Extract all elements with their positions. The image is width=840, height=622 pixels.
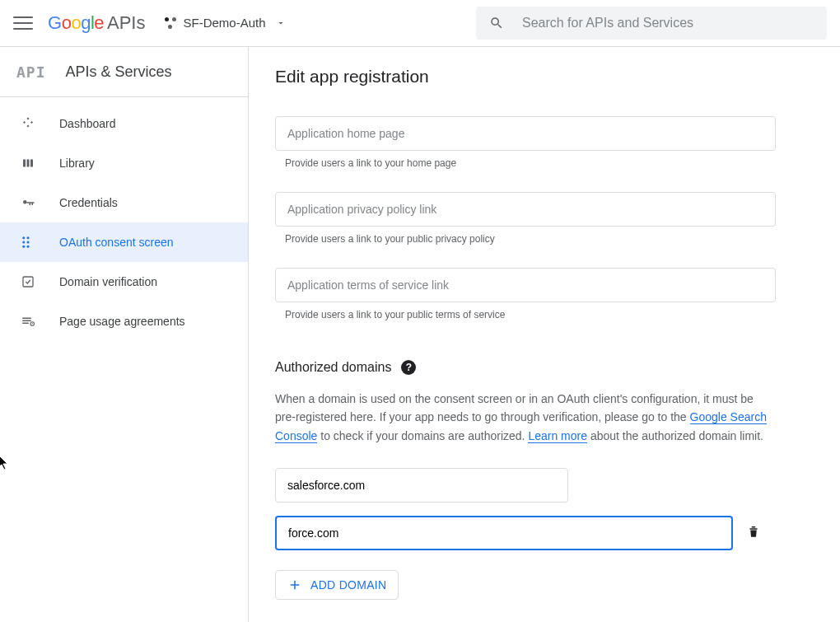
- sidebar-item-label: Page usage agreements: [59, 315, 185, 328]
- sidebar-item-oauth-consent[interactable]: OAuth consent screen: [0, 222, 248, 262]
- logo-suffix: APIs: [107, 12, 145, 34]
- help-icon[interactable]: ?: [401, 360, 416, 375]
- api-badge: API: [16, 63, 46, 81]
- add-domain-label: ADD DOMAIN: [310, 578, 386, 592]
- delete-domain-icon[interactable]: [746, 524, 761, 542]
- privacy-link-hint: Provide users a link to your public priv…: [285, 233, 776, 245]
- domain-input-0[interactable]: [275, 468, 568, 503]
- page-title: Edit app registration: [275, 67, 814, 87]
- svg-point-5: [27, 246, 30, 248]
- project-selector[interactable]: SF-Demo-Auth: [160, 12, 290, 33]
- search-icon: [489, 15, 504, 31]
- google-apis-logo[interactable]: Google APIs: [48, 12, 145, 34]
- sidebar-item-credentials[interactable]: Credentials: [0, 183, 248, 222]
- svg-point-3: [27, 241, 30, 244]
- tos-link-hint: Provide users a link to your public term…: [285, 309, 776, 320]
- search-box[interactable]: [476, 7, 827, 40]
- search-input[interactable]: [522, 16, 814, 30]
- add-domain-button[interactable]: ADD DOMAIN: [275, 570, 399, 600]
- plus-icon: [287, 578, 302, 592]
- svg-point-1: [27, 236, 30, 239]
- learn-more-link[interactable]: Learn more: [528, 429, 587, 443]
- svg-point-0: [22, 236, 25, 239]
- agreements-icon: [20, 313, 36, 330]
- authorized-domains-description: When a domain is used on the consent scr…: [275, 390, 776, 445]
- sidebar-title: APIs & Services: [66, 63, 172, 81]
- svg-rect-6: [23, 277, 33, 287]
- privacy-link-input[interactable]: [275, 192, 776, 227]
- sidebar-item-label: Dashboard: [59, 117, 116, 130]
- tos-link-input[interactable]: [275, 268, 776, 302]
- project-dots-icon: [165, 17, 176, 29]
- home-page-hint: Provide users a link to your home page: [285, 157, 776, 169]
- svg-point-4: [22, 246, 25, 248]
- project-name: SF-Demo-Auth: [183, 16, 265, 30]
- library-icon: [20, 155, 36, 171]
- sidebar-item-label: Domain verification: [59, 275, 157, 288]
- authorized-domains-title: Authorized domains: [275, 360, 391, 375]
- menu-button[interactable]: [13, 13, 33, 33]
- dashboard-icon: [20, 115, 36, 132]
- svg-point-2: [22, 241, 25, 244]
- cursor-icon: [0, 455, 12, 471]
- sidebar-item-label: Library: [59, 157, 95, 170]
- sidebar-item-domain-verification[interactable]: Domain verification: [0, 262, 248, 302]
- sidebar-item-dashboard[interactable]: Dashboard: [0, 104, 248, 143]
- domain-input-1[interactable]: [275, 516, 733, 550]
- consent-icon: [20, 234, 36, 250]
- sidebar-item-page-usage[interactable]: Page usage agreements: [0, 302, 248, 341]
- sidebar-item-label: OAuth consent screen: [59, 236, 174, 249]
- home-page-input[interactable]: [275, 116, 776, 151]
- check-box-icon: [20, 274, 36, 290]
- sidebar-item-library[interactable]: Library: [0, 143, 248, 183]
- sidebar-item-label: Credentials: [59, 196, 118, 209]
- chevron-down-icon: [276, 18, 286, 28]
- key-icon: [20, 194, 36, 211]
